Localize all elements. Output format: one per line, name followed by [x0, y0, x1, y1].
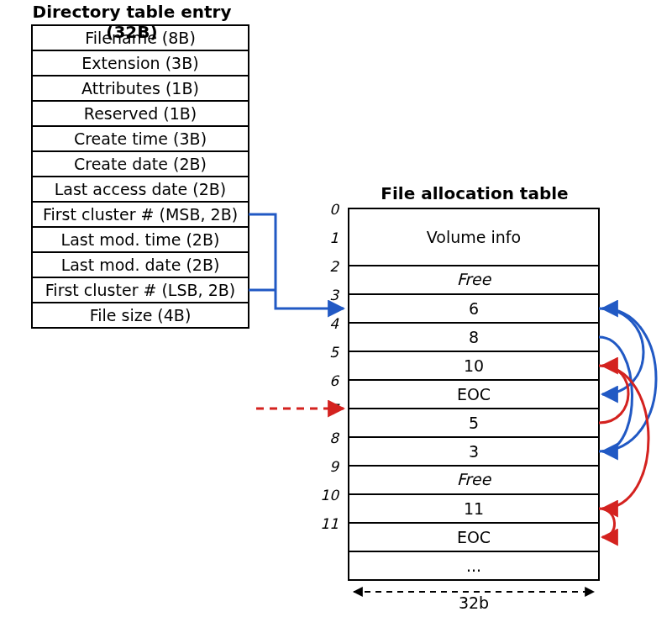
- dir-row-label: First cluster # (LSB, 2B): [45, 281, 235, 299]
- fat-index: 2: [329, 258, 339, 275]
- fat-row-label: Volume info: [427, 228, 521, 246]
- fat-row-label: 3: [469, 442, 479, 461]
- dir-row-label: Last mod. date (2B): [61, 256, 220, 274]
- fat-row-label: EOC: [457, 385, 491, 403]
- dir-row-label: Last mod. time (2B): [61, 230, 220, 249]
- dir-row-label: Attributes (1B): [81, 79, 199, 98]
- fat-row-label: 11: [464, 499, 484, 518]
- width-dimension-label: 32b: [459, 593, 489, 612]
- fat-row-label: 10: [464, 356, 484, 375]
- fat-index: 3: [329, 287, 339, 303]
- fat-row-label: EOC: [457, 528, 491, 546]
- dir-row-label: Extension (3B): [81, 54, 198, 72]
- dir-row-label: Create date (2B): [74, 155, 207, 173]
- fat-table: 01234567891011Volume infoFree6810EOC53Fr…: [320, 201, 599, 580]
- fat-index: 11: [320, 515, 339, 532]
- fat-index: 10: [320, 487, 340, 504]
- dir-row-label: First cluster # (MSB, 2B): [43, 205, 238, 224]
- dir-row-label: Filename (8B): [85, 29, 196, 47]
- dir-row-label: File size (4B): [90, 306, 192, 324]
- fat-index: 1: [329, 229, 339, 246]
- arrows-layer: [249, 214, 656, 537]
- fat-row-label: 6: [469, 299, 479, 318]
- arrow-10-to-11: [599, 509, 615, 537]
- fat-row-label: 8: [469, 328, 479, 346]
- fat-index: 5: [329, 344, 339, 361]
- dir-row-label: Last access date (2B): [55, 180, 227, 198]
- fat-row-label: Free: [457, 270, 492, 288]
- fat-index: 6: [329, 372, 339, 389]
- dir-table: Filename (8B)Extension (3B)Attributes (1…: [32, 25, 249, 328]
- diagram-svg: Filename (8B)Extension (3B)Attributes (1…: [0, 0, 672, 617]
- fat-width-dimension: 32b: [354, 592, 594, 612]
- fat-row-label: 5: [469, 414, 479, 432]
- fat-index: 8: [329, 430, 340, 446]
- fat-index: 4: [329, 315, 339, 332]
- fat-row-label: Free: [457, 470, 492, 488]
- fat-index: 9: [329, 458, 339, 475]
- fat-row-label: ...: [466, 556, 481, 575]
- dir-row-label: Reserved (1B): [84, 104, 197, 123]
- dir-row-label: Create time (3B): [74, 129, 207, 148]
- fat-index: 0: [329, 201, 340, 218]
